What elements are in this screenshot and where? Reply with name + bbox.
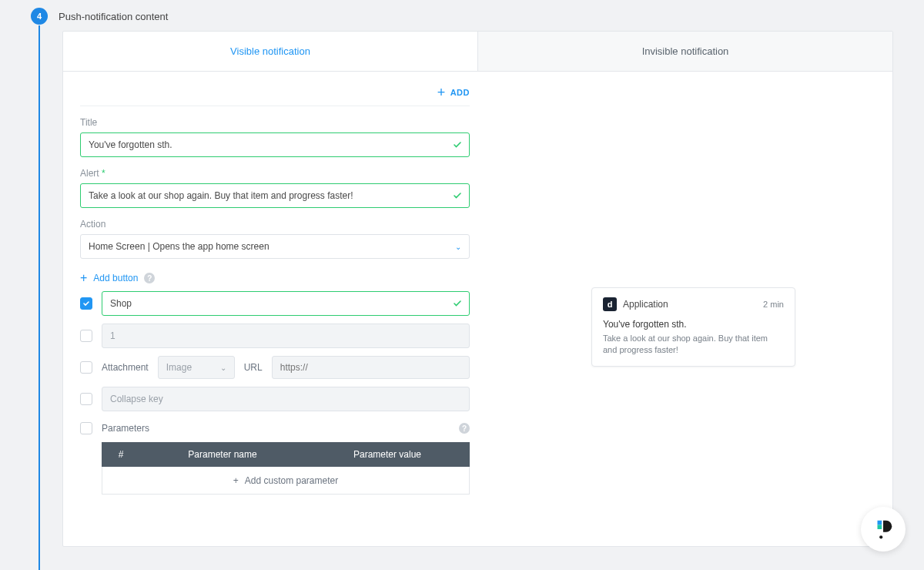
alert-input[interactable] — [80, 183, 470, 208]
collapse-key-input — [102, 387, 470, 411]
col-param-name: Parameter name — [140, 449, 305, 460]
step-number-badge: 4 — [31, 8, 48, 25]
preview-timestamp: 2 min — [763, 300, 784, 309]
add-label: ADD — [450, 88, 470, 97]
svg-rect-1 — [878, 525, 882, 529]
check-icon — [453, 299, 462, 308]
attachment-type-select[interactable]: Image ⌄ — [158, 356, 235, 379]
required-mark: * — [102, 168, 105, 179]
content-panel: Visible notification Invisible notificat… — [62, 31, 893, 547]
button-row-checkbox[interactable] — [80, 297, 92, 310]
parameters-checkbox[interactable] — [80, 422, 92, 434]
button-row-checkbox[interactable] — [80, 330, 92, 342]
check-icon — [453, 191, 462, 200]
tab-visible-notification[interactable]: Visible notification — [63, 32, 477, 71]
plus-icon: + — [437, 87, 446, 98]
add-button-link[interactable]: Add button — [93, 273, 138, 283]
url-label: URL — [244, 362, 263, 373]
app-logo-icon: d — [603, 297, 617, 311]
title-input[interactable] — [80, 132, 470, 157]
attachment-checkbox[interactable] — [80, 361, 92, 374]
preview-app-name: Application — [623, 299, 757, 310]
action-label: Action — [80, 219, 470, 230]
button-name-input[interactable] — [102, 291, 470, 316]
brand-floating-badge[interactable] — [861, 507, 906, 552]
parameters-table: # Parameter name Parameter value + Add c… — [102, 442, 470, 495]
chevron-down-icon: ⌄ — [455, 243, 461, 251]
col-param-value: Parameter value — [305, 449, 470, 460]
col-index: # — [102, 449, 140, 460]
svg-rect-0 — [878, 521, 882, 525]
plus-icon: + — [80, 273, 87, 283]
attachment-label: Attachment — [102, 362, 149, 373]
add-custom-parameter-button[interactable]: + Add custom parameter — [102, 467, 470, 495]
check-icon — [453, 140, 462, 149]
button-name-input-disabled — [102, 324, 470, 348]
parameters-label: Parameters — [102, 423, 450, 434]
attachment-url-input — [272, 356, 470, 379]
title-label: Title — [80, 117, 470, 128]
help-icon[interactable]: ? — [144, 273, 155, 283]
svg-point-2 — [879, 535, 882, 538]
plus-icon: + — [233, 475, 239, 486]
chevron-down-icon: ⌄ — [220, 364, 226, 372]
action-select[interactable]: Home Screen | Opens the app home screen … — [80, 234, 470, 259]
help-icon[interactable]: ? — [459, 423, 470, 434]
preview-body: Take a look at our shop again. Buy that … — [603, 333, 784, 357]
tab-invisible-notification[interactable]: Invisible notification — [477, 32, 892, 71]
brand-logo-icon — [872, 518, 895, 541]
step-title: Push-notification content — [59, 11, 168, 22]
tabs: Visible notification Invisible notificat… — [63, 32, 892, 72]
notification-preview: d Application 2 min You've forgotten sth… — [591, 287, 795, 367]
add-language-button[interactable]: + ADD — [80, 87, 470, 106]
preview-title: You've forgotten sth. — [603, 319, 784, 330]
collapse-key-checkbox[interactable] — [80, 393, 92, 405]
alert-label: Alert * — [80, 168, 470, 179]
step-timeline — [38, 25, 40, 570]
